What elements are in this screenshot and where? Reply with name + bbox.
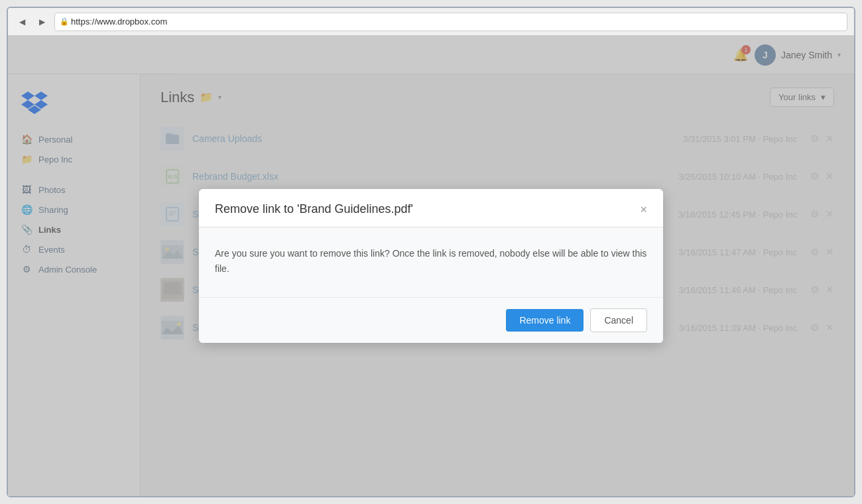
- lock-icon: 🔒: [60, 17, 69, 26]
- address-bar[interactable]: [54, 13, 847, 31]
- modal-close-button[interactable]: ×: [640, 204, 647, 216]
- modal-footer: Remove link Cancel: [199, 297, 663, 343]
- remove-link-modal: Remove link to 'Brand Guidelines.pdf' × …: [199, 189, 663, 343]
- address-bar-wrapper: 🔒: [54, 13, 847, 31]
- cancel-button[interactable]: Cancel: [590, 308, 647, 332]
- modal-title: Remove link to 'Brand Guidelines.pdf': [215, 202, 413, 216]
- back-button[interactable]: ◀: [15, 15, 29, 29]
- browser-toolbar: ◀ ▶ 🔒: [8, 8, 854, 36]
- modal-body: Are you sure you want to remove this lin…: [199, 227, 663, 297]
- remove-link-button[interactable]: Remove link: [506, 309, 584, 332]
- browser-window: ◀ ▶ 🔒 🔔 1 J Janey Smith ▾: [7, 7, 855, 497]
- modal-overlay: Remove link to 'Brand Guidelines.pdf' × …: [8, 36, 854, 496]
- modal-body-text: Are you sure you want to remove this lin…: [215, 246, 647, 276]
- app-area: 🔔 1 J Janey Smith ▾: [8, 36, 854, 496]
- forward-button[interactable]: ▶: [34, 15, 49, 29]
- modal-header: Remove link to 'Brand Guidelines.pdf' ×: [199, 189, 663, 227]
